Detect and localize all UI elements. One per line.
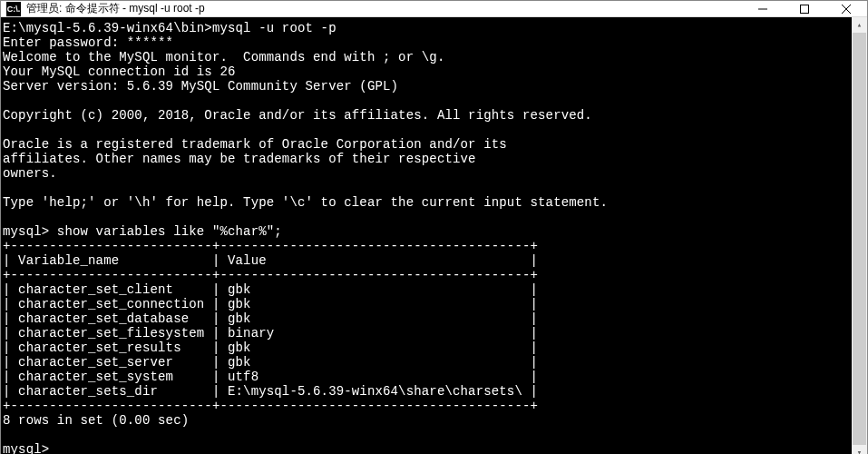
title-left: C:\. 管理员: 命令提示符 - mysql -u root -p: [6, 1, 205, 16]
scrollbar[interactable]: ▴ ▾: [852, 17, 867, 454]
titlebar[interactable]: C:\. 管理员: 命令提示符 - mysql -u root -p: [1, 1, 867, 17]
maximize-button[interactable]: [784, 1, 825, 16]
terminal-output[interactable]: E:\mysql-5.6.39-winx64\bin>mysql -u root…: [1, 17, 852, 454]
minimize-icon: [758, 5, 767, 14]
cmd-icon: C:\.: [6, 2, 21, 16]
maximize-icon: [800, 5, 809, 14]
window-title: 管理员: 命令提示符 - mysql -u root -p: [26, 1, 205, 16]
close-icon: [842, 5, 851, 14]
scrollbar-thumb[interactable]: [853, 33, 866, 445]
command-prompt-window: C:\. 管理员: 命令提示符 - mysql -u root -p E:\my…: [0, 0, 868, 454]
window-controls: [742, 1, 867, 16]
scrollbar-down-icon[interactable]: ▾: [853, 445, 866, 454]
close-button[interactable]: [825, 1, 867, 16]
scrollbar-up-icon[interactable]: ▴: [853, 17, 866, 33]
terminal-wrap: E:\mysql-5.6.39-winx64\bin>mysql -u root…: [1, 17, 867, 454]
svg-rect-1: [801, 5, 809, 13]
minimize-button[interactable]: [742, 1, 784, 16]
